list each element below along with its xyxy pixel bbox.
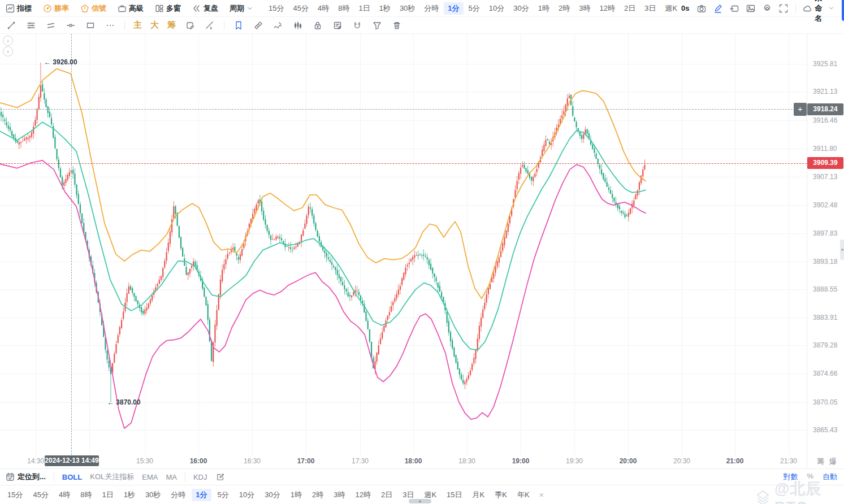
timeframe-3時[interactable]: 3時 [330, 489, 349, 501]
add-pane-button[interactable] [730, 3, 739, 14]
pointer-line-tool[interactable] [204, 20, 215, 31]
timeframe-30分[interactable]: 30分 [509, 2, 533, 15]
indicator-menu[interactable]: 指標 [6, 3, 32, 14]
chip-distribution-toggle[interactable]: 籌 [817, 457, 824, 467]
settings-button[interactable] [763, 3, 772, 14]
scrollbar-thumb[interactable]: ▲ [409, 499, 431, 503]
auto-scale-toggle[interactable]: 自動 [823, 472, 837, 482]
timeframe-8時[interactable]: 8時 [76, 489, 96, 501]
image-export-button[interactable] [746, 3, 755, 14]
draw-button[interactable] [713, 3, 722, 14]
lock-tool[interactable] [312, 20, 323, 31]
timeframe-分時[interactable]: 分時 [420, 2, 443, 15]
candlestick-canvas[interactable] [0, 34, 807, 455]
indicator-icon [6, 4, 15, 13]
brush-tool[interactable] [272, 20, 284, 31]
timeframe-10分[interactable]: 10分 [485, 2, 508, 15]
timeframe-30秒[interactable]: 30秒 [396, 2, 419, 15]
timeframe-15分[interactable]: 15分 [265, 2, 288, 15]
fib-retracement-icon [27, 21, 36, 30]
timeframe-2時[interactable]: 2時 [555, 2, 574, 15]
timeframe-5分[interactable]: 5分 [465, 2, 484, 15]
timeframe-45分[interactable]: 45分 [29, 489, 52, 501]
timeframe-8時[interactable]: 8時 [334, 2, 353, 15]
add-alert-plus-button[interactable]: + [794, 103, 807, 116]
fullscreen-button[interactable] [779, 3, 788, 14]
period-dropdown[interactable]: 周期 [230, 3, 253, 14]
horizontal-line-tool[interactable] [65, 20, 76, 31]
timeframe-1秒[interactable]: 1秒 [375, 2, 395, 15]
rectangle-tool[interactable] [85, 20, 96, 31]
timeframe-3日[interactable]: 3日 [640, 2, 660, 15]
timeframe-2日[interactable]: 2日 [377, 489, 396, 501]
timeframe-1時[interactable]: 1時 [534, 2, 553, 15]
indicator-kdj[interactable]: KDJ [193, 473, 207, 481]
locate-to-button[interactable]: 定位到... [6, 472, 46, 482]
timeframe-1日[interactable]: 1日 [98, 489, 117, 501]
timeframe-1日[interactable]: 1日 [354, 2, 374, 15]
order-note-tool[interactable] [332, 20, 343, 31]
log-scale-toggle[interactable]: 對數 [783, 472, 798, 482]
replay-menu[interactable]: 复盘 [192, 3, 218, 14]
timeframe-30分[interactable]: 30分 [261, 489, 284, 501]
expand-panel-button-2[interactable]: › [3, 46, 13, 57]
timeframe-5分[interactable]: 5分 [214, 489, 233, 501]
timeframe-12時[interactable]: 12時 [595, 2, 618, 15]
more-tools[interactable] [105, 20, 116, 31]
bookmark-tool[interactable] [233, 20, 244, 31]
fib-tool[interactable] [25, 20, 37, 31]
magnet-tool[interactable] [352, 20, 363, 31]
collapse-right-panel-handle[interactable]: ◂ [840, 240, 844, 260]
time-axis[interactable]: 2024-12-13 14:49 14:3015:0015:3016:0016:… [0, 455, 807, 468]
indicator-kol[interactable]: KOL关注指标 [90, 472, 134, 482]
timeframe-年K[interactable]: 年K [513, 489, 534, 501]
indicator-boll[interactable]: BOLL [62, 473, 82, 481]
rect-tool-icon [86, 21, 95, 30]
timeframe-季K[interactable]: 季K [491, 489, 511, 501]
timeframe-1分[interactable]: 1分 [192, 489, 211, 501]
timeframe-4時[interactable]: 4時 [55, 489, 74, 501]
timeframe-10分[interactable]: 10分 [235, 489, 258, 501]
timeframe-30秒[interactable]: 30秒 [141, 489, 165, 501]
chips-toggle[interactable]: 筹 [167, 20, 176, 31]
trendline-tool[interactable] [6, 20, 17, 31]
parallel-lines-tool[interactable] [45, 20, 57, 31]
timeframe-3時[interactable]: 3時 [575, 2, 594, 15]
advanced-menu[interactable]: 高級 [118, 3, 144, 14]
timeframe-4時[interactable]: 4時 [314, 2, 333, 15]
timeframe-45分[interactable]: 45分 [289, 2, 312, 15]
main-chart-toggle[interactable]: 主 [133, 20, 142, 31]
replay-edit-tool[interactable] [184, 20, 196, 31]
indicator-ema[interactable]: EMA [142, 473, 158, 481]
timeframe-2日[interactable]: 2日 [620, 2, 639, 15]
filter-tool[interactable] [371, 20, 383, 31]
timeframe-1秒[interactable]: 1秒 [120, 489, 139, 501]
close-timeframe-bar-button[interactable]: × [539, 490, 544, 499]
price-axis[interactable]: 3925.813921.133916.463911.803907.133902.… [807, 34, 844, 468]
pattern-tool[interactable] [292, 20, 304, 31]
multiwindow-menu[interactable]: 多窗 [155, 3, 181, 14]
timeframe-12時[interactable]: 12時 [351, 489, 374, 501]
timeframe-分時[interactable]: 分時 [167, 489, 189, 501]
timeframe-15日[interactable]: 15日 [443, 489, 466, 501]
delete-tool[interactable] [391, 20, 402, 31]
winrate-menu[interactable]: 勝率 [43, 3, 69, 14]
expand-panel-button[interactable]: › [3, 36, 13, 46]
divider [795, 4, 796, 13]
timeframe-15分[interactable]: 15分 [3, 489, 27, 501]
ruler-tool[interactable] [253, 20, 264, 31]
percent-scale-toggle[interactable]: % [807, 472, 813, 482]
divider [124, 21, 125, 30]
timeframe-2時[interactable]: 2時 [308, 489, 327, 501]
timeframe-1時[interactable]: 1時 [287, 489, 306, 501]
signal-menu[interactable]: 信號 [80, 3, 106, 14]
timeframe-1分[interactable]: 1分 [444, 2, 463, 15]
lock-icon [313, 21, 322, 30]
edit-indicators-button[interactable] [215, 471, 226, 483]
large-view-toggle[interactable]: 大 [150, 20, 159, 31]
timeframe-週K[interactable]: 週K [661, 2, 681, 15]
timeframe-月K[interactable]: 月K [469, 489, 489, 501]
liquidation-toggle[interactable]: 爆 [829, 457, 837, 467]
indicator-ma[interactable]: MA [166, 473, 177, 481]
screenshot-button[interactable] [697, 3, 706, 14]
